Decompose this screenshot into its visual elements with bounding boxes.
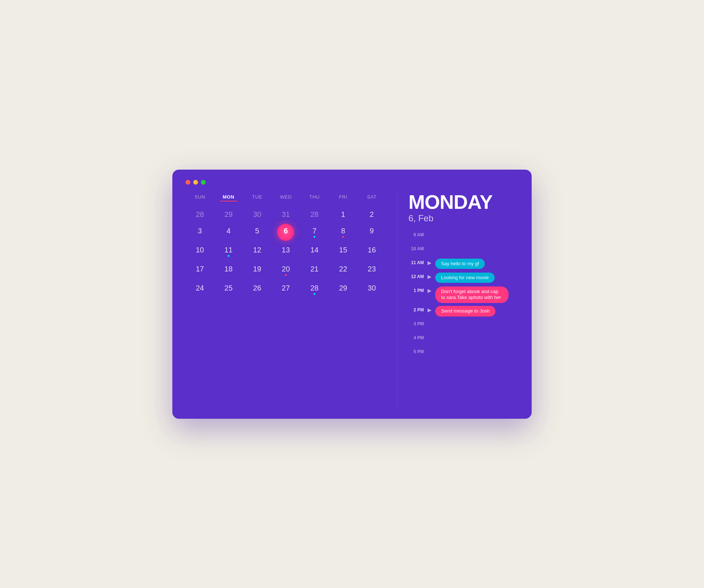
cal-cell[interactable]: 13 <box>271 242 300 260</box>
traffic-lights <box>186 180 518 185</box>
day-subtitle: 6, Feb <box>408 213 518 223</box>
time-label: 11 AM <box>408 259 424 265</box>
time-label: 9 AM <box>408 231 424 237</box>
schedule-row: 10 AM <box>408 245 518 256</box>
event-pill[interactable]: Say hello to my gf <box>435 259 485 269</box>
cal-cell[interactable]: 9 <box>358 223 386 241</box>
cal-cell[interactable]: 15 <box>329 242 358 260</box>
arrow-icon: ▶ <box>428 273 432 280</box>
cal-cell[interactable]: 17 <box>186 261 214 280</box>
detail-side: MONDAY 6, Feb 9 AM10 AM11 AM▶Say hello t… <box>408 192 518 408</box>
cal-cell[interactable]: 31 <box>271 207 300 222</box>
cal-cell[interactable]: 5 <box>243 223 271 241</box>
close-dot[interactable] <box>186 180 190 185</box>
time-label: 10 AM <box>408 245 424 251</box>
day-title: MONDAY <box>408 192 518 212</box>
cal-cell[interactable]: 7 <box>300 223 329 241</box>
time-label: 5 PM <box>408 348 424 354</box>
cal-cell[interactable]: 6 <box>271 223 300 241</box>
main-content: SUN MON TUE WED THU FRI SAT 282930312812… <box>186 192 518 408</box>
cal-cell[interactable]: 26 <box>243 280 271 299</box>
cal-cell[interactable]: 14 <box>300 242 329 260</box>
header-sun: SUN <box>186 192 214 204</box>
schedule-row[interactable]: 1 PM▶Don't forget abook and cap to sara.… <box>408 286 518 303</box>
cal-cell[interactable]: 30 <box>358 280 386 299</box>
cal-cell[interactable]: 28 <box>300 207 329 222</box>
arrow-icon: ▶ <box>428 306 432 313</box>
event-pill[interactable]: Don't forget abook and cap to sara.Take … <box>435 286 509 303</box>
cal-cell[interactable]: 22 <box>329 261 358 280</box>
cal-cell[interactable]: 30 <box>243 207 271 222</box>
day-headers: SUN MON TUE WED THU FRI SAT <box>186 192 386 204</box>
cal-cell[interactable]: 4 <box>214 223 243 241</box>
cal-cell[interactable]: 23 <box>358 261 386 280</box>
cal-cell[interactable]: 11 <box>214 242 243 260</box>
minimize-dot[interactable] <box>193 180 198 185</box>
schedule-row: 9 AM <box>408 231 518 242</box>
time-label: 1 PM <box>408 286 424 293</box>
app-container: SUN MON TUE WED THU FRI SAT 282930312812… <box>172 170 532 419</box>
event-pill[interactable]: Looking for new movie <box>435 273 495 283</box>
event-pill[interactable]: Send message to Josh <box>435 306 495 317</box>
cal-cell[interactable]: 20 <box>271 261 300 280</box>
cal-cell[interactable]: 24 <box>186 280 214 299</box>
arrow-icon: ▶ <box>428 286 432 293</box>
time-label: 12 AM <box>408 273 424 279</box>
header-mon: MON <box>214 192 243 204</box>
cal-cell[interactable]: 29 <box>214 207 243 222</box>
cal-cell[interactable]: 3 <box>186 223 214 241</box>
expand-dot[interactable] <box>201 180 206 185</box>
schedule-row: 5 PM <box>408 348 518 359</box>
cal-cell[interactable]: 12 <box>243 242 271 260</box>
cal-cell[interactable]: 28 <box>186 207 214 222</box>
header-tue: TUE <box>243 192 271 204</box>
header-thu: THU <box>300 192 329 204</box>
schedule-row: 3 PM <box>408 320 518 331</box>
schedule-row: 4 PM <box>408 334 518 345</box>
cal-cell[interactable]: 1 <box>329 207 358 222</box>
time-label: 4 PM <box>408 334 424 340</box>
cal-cell[interactable]: 21 <box>300 261 329 280</box>
cal-cell[interactable]: 19 <box>243 261 271 280</box>
divider <box>397 192 397 408</box>
cal-cell[interactable]: 18 <box>214 261 243 280</box>
schedule-row[interactable]: 12 AM▶Looking for new movie <box>408 273 518 284</box>
header-wed: WED <box>271 192 300 204</box>
schedule-row[interactable]: 2 PM▶Send message to Josh <box>408 306 518 317</box>
time-label: 2 PM <box>408 306 424 313</box>
schedule-row[interactable]: 11 AM▶Say hello to my gf <box>408 259 518 270</box>
cal-cell[interactable]: 29 <box>329 280 358 299</box>
time-label: 3 PM <box>408 320 424 326</box>
cal-cell[interactable]: 16 <box>358 242 386 260</box>
schedule: 9 AM10 AM11 AM▶Say hello to my gf12 AM▶L… <box>408 231 518 408</box>
cal-cell[interactable]: 25 <box>214 280 243 299</box>
arrow-icon: ▶ <box>428 259 432 266</box>
cal-cell[interactable]: 2 <box>358 207 386 222</box>
calendar-side: SUN MON TUE WED THU FRI SAT 282930312812… <box>186 192 386 408</box>
header-fri: FRI <box>329 192 358 204</box>
cal-cell[interactable]: 28 <box>300 280 329 299</box>
cal-cell[interactable]: 27 <box>271 280 300 299</box>
cal-cell[interactable]: 8 <box>329 223 358 241</box>
header-sat: SAT <box>358 192 386 204</box>
calendar-grid: 2829303128123456789101112131415161718192… <box>186 207 386 299</box>
cal-cell[interactable]: 10 <box>186 242 214 260</box>
